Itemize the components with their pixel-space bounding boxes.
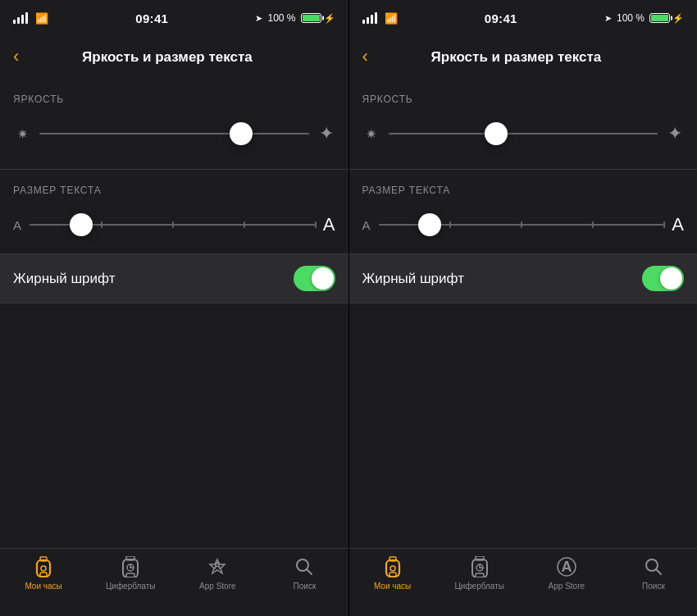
large-a-left: A [323,214,335,235]
textsize-track-right[interactable] [379,212,664,237]
separator3-right [349,303,698,303]
brightness-thumb-right[interactable] [485,122,508,145]
signal-icon [13,12,28,24]
status-time-left: 09:41 [135,11,168,25]
brightness-slider-row-left: ✷ ✦ [0,112,348,156]
right-panel: 📶 09:41 ➤ 100 % ⚡ ‹ Яркость и размер тек… [349,0,698,616]
back-chevron-icon-left: ‹ [13,48,19,66]
toggle-knob-left [312,267,334,290]
tab-label-app-store-left: App Store [199,582,235,591]
tab-label-search-left: Поиск [294,582,317,591]
faces-icon-right [468,555,491,578]
tick1-left [101,221,102,228]
bold-font-row-left: Жирный шрифт [0,254,348,303]
svg-rect-5 [126,556,134,560]
app-store-icon-left: A [206,555,229,578]
brightness-slider-row-right: ✷ ✦ [349,112,698,156]
search-icon-left [293,555,316,578]
header-left: ‹ Яркость и размер текста [0,36,348,79]
tab-faces-left[interactable]: Циферблаты [87,555,174,591]
svg-point-3 [41,566,46,571]
svg-point-16 [390,566,395,571]
tick2-right [521,221,522,228]
svg-rect-18 [476,556,484,560]
wifi-icon-right: 📶 [385,12,398,25]
bold-font-row-right: Жирный шрифт [349,254,698,303]
textsize-thumb-left[interactable] [70,213,93,236]
svg-rect-13 [386,560,399,577]
tab-bar-right: Мои часы Циферблаты A [349,548,698,616]
status-right-left: ➤ 100 % ⚡ [255,12,335,24]
battery-icon-left: ⚡ [301,13,335,24]
left-panel: 📶 09:41 ➤ 100 % ⚡ ‹ Яркость и размер тек… [0,0,348,616]
brightness-high-icon-left: ✦ [317,123,335,144]
status-left-right: 📶 [362,12,398,25]
app-store-icon-right: A [555,555,578,578]
separator3-left [0,303,348,303]
textsize-track-left[interactable] [30,212,315,237]
spacer-left [0,156,348,169]
textsize-slider-row-left: A A [0,203,348,247]
brightness-high-icon-right: ✦ [666,123,684,144]
tab-label-my-watch-right: Мои часы [374,582,411,591]
tick3-left [244,221,245,228]
tick2-left [172,221,174,228]
bold-font-toggle-right[interactable] [642,266,684,291]
svg-text:A: A [561,559,572,575]
page-title-right: Яркость и размер текста [368,49,664,66]
faces-icon-left [119,555,142,578]
back-button-left[interactable]: ‹ [13,49,19,66]
textsize-thumb-right[interactable] [418,213,441,236]
tab-label-app-store-right: App Store [549,582,585,591]
tab-label-search-right: Поиск [642,582,665,591]
wifi-icon: 📶 [35,12,48,25]
brightness-track-right[interactable] [389,121,658,146]
bold-font-label-right: Жирный шрифт [362,271,464,287]
svg-line-12 [307,569,312,574]
tab-label-faces-right: Циферблаты [454,582,504,591]
header-right: ‹ Яркость и размер текста [349,36,698,79]
svg-rect-1 [40,557,47,561]
battery-percent-left: 100 % [267,12,295,24]
brightness-thumb-left[interactable] [230,122,253,145]
toggle-knob-right [660,267,682,290]
svg-rect-19 [476,573,484,577]
svg-rect-2 [40,573,47,577]
tab-search-right[interactable]: Поиск [610,555,697,591]
textsize-slider-row-right: A A [349,203,698,247]
svg-rect-17 [472,559,487,577]
tick4-right [663,221,665,228]
brightness-label-left: ЯРКОСТЬ [0,79,348,112]
svg-text:A: A [214,559,222,572]
textsize-label-left: РАЗМЕР ТЕКСТА [0,170,348,203]
tab-app-store-right[interactable]: A App Store [523,555,610,591]
bold-font-toggle-left[interactable] [294,266,335,291]
small-a-right: A [362,218,371,232]
textsize-label-right: РАЗМЕР ТЕКСТА [349,170,698,203]
page-title-left: Яркость и размер текста [19,49,315,66]
status-bar-left: 📶 09:41 ➤ 100 % ⚡ [0,0,348,36]
location-icon-right: ➤ [604,13,612,24]
tab-my-watch-right[interactable]: Мои часы [349,555,436,591]
tab-faces-right[interactable]: Циферблаты [436,555,523,591]
status-time-right: 09:41 [485,11,517,25]
back-button-right[interactable]: ‹ [362,49,368,66]
battery-icon-right: ⚡ [649,13,684,24]
status-left-left: 📶 [13,12,48,25]
tab-search-left[interactable]: Поиск [261,555,348,591]
content-left: ЯРКОСТЬ ✷ ✦ РАЗМЕР ТЕКСТА A [0,79,348,548]
battery-percent-right: 100 % [617,12,645,24]
brightness-label-right: ЯРКОСТЬ [349,79,698,112]
small-a-left: A [13,218,21,232]
brightness-track-left[interactable] [39,121,309,146]
tab-label-faces-left: Циферблаты [106,582,156,591]
svg-rect-6 [126,573,134,577]
svg-rect-4 [123,559,138,577]
signal-icon-right [362,12,377,24]
brightness-low-icon-left: ✷ [13,126,31,142]
tab-bar-left: Мои часы Циферблаты A [0,548,348,616]
tab-my-watch-left[interactable]: Мои часы [0,555,87,591]
tab-app-store-left[interactable]: A App Store [174,555,261,591]
svg-rect-15 [390,573,396,577]
bolt-icon-left: ⚡ [324,13,335,24]
